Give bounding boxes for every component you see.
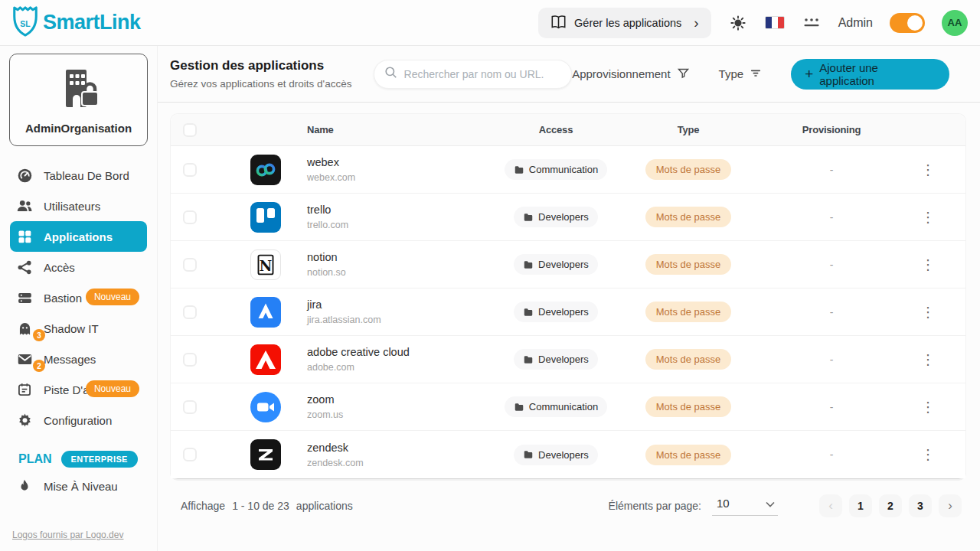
- filter-provisioning[interactable]: Approvisionnement: [572, 67, 689, 82]
- row-checkbox[interactable]: [183, 448, 197, 461]
- folder-icon: [523, 212, 534, 223]
- sidebar-item-piste-daudit[interactable]: Piste D'audit Nouveau: [10, 374, 147, 405]
- nouveau-badge: Nouveau: [86, 380, 139, 397]
- filter-lines-icon: [750, 67, 762, 81]
- folder-icon: [523, 259, 534, 270]
- row-checkbox[interactable]: [183, 353, 197, 367]
- per-page-select[interactable]: 10: [712, 497, 778, 516]
- theme-sun-icon[interactable]: [728, 13, 748, 33]
- page-button-2[interactable]: 2: [879, 494, 902, 517]
- organisation-card[interactable]: AdminOrganisation: [9, 54, 148, 146]
- row-menu-icon[interactable]: ⋮: [918, 255, 938, 275]
- app-name: webex: [307, 156, 498, 168]
- server-icon: [16, 289, 33, 306]
- provisioning-value: -: [830, 211, 834, 223]
- upgrade-label: Mise À Niveau: [44, 480, 118, 493]
- shield-logo-icon: SL: [11, 5, 40, 41]
- table-header-row: Name Access Type Provisioning: [171, 114, 965, 146]
- provisioning-value: -: [830, 306, 834, 318]
- table-row: jira jira.atlassian.com Developers Mots …: [171, 289, 965, 336]
- row-checkbox[interactable]: [183, 258, 197, 272]
- main-content: Gestion des applications Gérez vos appli…: [158, 46, 980, 551]
- provisioning-value: -: [830, 448, 834, 461]
- french-flag-icon[interactable]: [765, 16, 785, 29]
- sidebar-item-messages[interactable]: Messages 2: [10, 344, 147, 374]
- next-page-button[interactable]: ›: [939, 494, 962, 517]
- app-domain: jira.atlassian.com: [307, 315, 498, 325]
- app-domain: webex.com: [307, 172, 498, 183]
- sidebar-item-acces[interactable]: Accès: [10, 252, 147, 282]
- table-row: trello trello.com Developers Mots de pas…: [171, 194, 965, 241]
- row-menu-icon[interactable]: ⋮: [918, 302, 938, 322]
- table-row: zendesk zendesk.com Developers Mots de p…: [171, 431, 965, 478]
- select-all-checkbox[interactable]: [183, 123, 197, 137]
- filter-provisioning-label: Approvisionnement: [572, 67, 670, 80]
- sidebar-item-label: Bastion: [44, 292, 82, 305]
- provisioning-value: -: [830, 164, 834, 176]
- row-checkbox[interactable]: [183, 163, 197, 177]
- manage-apps-button[interactable]: Gérer les applications ›: [538, 8, 711, 38]
- logos-credit-link[interactable]: Logos fournis par Logo.dev: [12, 530, 123, 540]
- sidebar-item-label: Configuration: [44, 414, 112, 427]
- row-checkbox[interactable]: [183, 210, 197, 224]
- access-pill: Developers: [514, 349, 598, 370]
- building-lock-icon: [56, 100, 102, 113]
- filter-type[interactable]: Type: [719, 67, 763, 81]
- sidebar-item-shadow-it[interactable]: Shadow IT 3: [10, 313, 147, 344]
- toggle-knob: [907, 15, 923, 31]
- sidebar-item-configuration[interactable]: Configuration: [10, 405, 147, 435]
- table-row: N notion notion.so Developers Mots de pa…: [171, 241, 965, 289]
- funnel-icon: [677, 67, 690, 82]
- app-name: trello: [307, 204, 498, 216]
- add-application-button[interactable]: + Ajouter une application: [791, 59, 949, 90]
- brand-logo[interactable]: SL SmartLink: [11, 5, 141, 41]
- app-name: zendesk: [307, 442, 498, 454]
- search-input[interactable]: [404, 68, 563, 80]
- table-row: webex webex.com Communication Mots de pa…: [171, 146, 965, 194]
- adobe-app-icon: [250, 344, 281, 375]
- sidebar-item-applications[interactable]: Applications: [10, 221, 147, 252]
- trello-app-icon: [250, 202, 281, 233]
- organisation-name: AdminOrganisation: [15, 122, 142, 135]
- column-header-name: Name: [307, 124, 498, 135]
- row-menu-icon[interactable]: ⋮: [918, 207, 938, 227]
- row-menu-icon[interactable]: ⋮: [918, 397, 938, 417]
- row-menu-icon[interactable]: ⋮: [918, 350, 938, 370]
- ghost-icon: [16, 320, 33, 337]
- row-menu-icon[interactable]: ⋮: [918, 445, 938, 465]
- sidebar-item-tableau-de-bord[interactable]: Tableau De Bord: [10, 160, 147, 191]
- messages-count-badge: 2: [33, 360, 45, 372]
- type-pill: Mots de passe: [645, 254, 732, 275]
- search-icon: [384, 65, 398, 83]
- plan-label: PLAN: [18, 452, 52, 466]
- admin-mode-toggle[interactable]: [890, 13, 925, 33]
- type-pill: Mots de passe: [645, 396, 732, 417]
- avatar[interactable]: AA: [942, 10, 968, 36]
- page-button-1[interactable]: 1: [849, 494, 872, 517]
- row-checkbox[interactable]: [183, 400, 197, 414]
- shadow-it-count-badge: 3: [33, 329, 45, 341]
- admin-label: Admin: [838, 16, 873, 30]
- sidebar-item-mise-a-niveau[interactable]: Mise À Niveau: [10, 471, 147, 501]
- plan-row: PLAN ENTERPRISE: [18, 451, 157, 468]
- row-menu-icon[interactable]: ⋮: [918, 160, 938, 180]
- more-options-icon[interactable]: [802, 13, 822, 33]
- svg-text:SL: SL: [20, 19, 31, 28]
- column-header-provisioning: Provisioning: [802, 124, 861, 135]
- users-icon: [16, 197, 33, 214]
- mail-icon: [16, 350, 33, 367]
- sidebar-item-label: Accès: [44, 261, 75, 274]
- sidebar-item-utilisateurs[interactable]: Utilisateurs: [10, 191, 147, 221]
- page-button-3[interactable]: 3: [909, 494, 932, 517]
- sidebar-item-label: Messages: [44, 353, 96, 366]
- app-name: adobe creative cloud: [307, 346, 498, 358]
- brand-name: SmartLink: [43, 11, 141, 34]
- prev-page-button[interactable]: ‹: [819, 494, 842, 517]
- chevron-down-icon: [766, 497, 775, 510]
- row-checkbox[interactable]: [183, 305, 197, 319]
- showing-label: Affichage: [181, 500, 225, 512]
- share-icon: [16, 259, 33, 276]
- search-box: [374, 60, 573, 89]
- type-pill: Mots de passe: [645, 302, 732, 322]
- sidebar-item-bastion[interactable]: Bastion Nouveau: [10, 282, 147, 313]
